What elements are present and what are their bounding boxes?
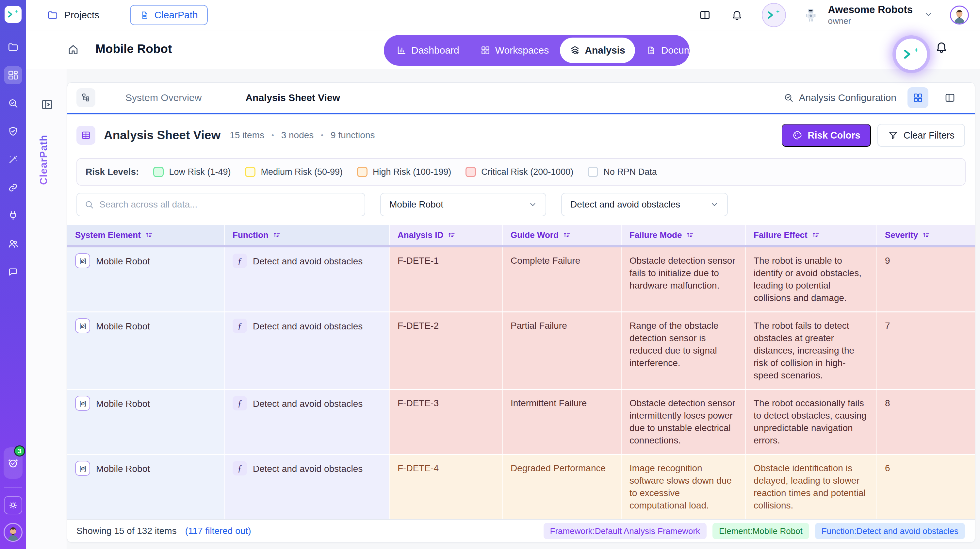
expand-panel-button[interactable] [40,98,54,112]
function-value: Detect and avoid obstacles [253,320,363,333]
open-document-tab[interactable]: ClearPath [130,5,207,25]
theme-toggle-button[interactable] [4,496,22,514]
column-header-function[interactable]: Function [224,225,389,245]
sparkle-logo-icon [7,8,19,20]
project-header: Mobile Robot Dashboard Workspaces Analys… [26,30,980,69]
panel-expand-icon [40,98,54,111]
filter-badge[interactable]: Function:Detect and avoid obstacles [815,523,965,539]
sidebar-item-links[interactable] [4,178,22,197]
home-button[interactable] [67,43,80,57]
filter-badge[interactable]: Element:Mobile Robot [713,523,809,539]
risk-level-item: No RPN Data [588,167,657,177]
filtered-out-link[interactable]: (117 filtered out) [185,526,251,536]
items-count: 15 items [230,130,264,140]
element-badge-icon: [⌀] [75,396,90,411]
nav-tab-documents[interactable]: Documents [636,38,721,63]
function-cell: ƒ Detect and avoid obstacles [224,390,389,454]
analysis-configuration-button[interactable]: Analysis Configuration [783,92,897,103]
sort-icon [272,231,281,239]
table-icon [81,130,91,140]
table-row[interactable]: [⌀] Mobile Robot ƒ Detect and avoid obst… [67,454,975,519]
column-header-system-element[interactable]: System Element [67,225,224,245]
search-check-icon [8,98,19,109]
search-icon [84,200,94,210]
sparkle-logo-icon [903,46,920,63]
tab-analysis-sheet-view[interactable]: Analysis Sheet View [233,92,353,103]
column-header-failure-mode[interactable]: Failure Mode [621,225,745,245]
guide-word-cell: Intermittent Failure [502,390,621,454]
app-window: 3 Projects ClearPath Awesome Robots owne… [0,0,980,549]
function-badge-icon: ƒ [232,254,247,268]
org-switcher[interactable]: Awesome Robots owner [828,3,913,26]
column-header-guide-word[interactable]: Guide Word [502,225,621,245]
ai-assistant-button[interactable] [762,3,786,27]
projects-label: Projects [64,10,99,21]
table-row[interactable]: [⌀] Mobile Robot ƒ Detect and avoid obst… [67,247,975,312]
element-filter-select[interactable]: Mobile Robot [380,193,546,216]
nav-tab-analysis[interactable]: Analysis [560,38,635,63]
bell-icon [935,41,948,54]
sidebar-item-workspaces[interactable] [4,66,22,84]
floating-ai-assistant-button[interactable] [896,38,927,70]
tree-view-button[interactable] [76,88,95,107]
sidebar-item-compliance[interactable] [4,122,22,140]
tab-system-overview[interactable]: System Overview [113,92,214,103]
sort-icon [447,231,456,239]
clear-filters-button[interactable]: Clear Filters [877,124,965,147]
risk-levels-label: Risk Levels: [86,167,139,177]
tree-icon [81,92,91,103]
risk-colors-button[interactable]: Risk Colors [782,124,871,147]
column-header-severity[interactable]: Severity [877,225,975,245]
filter-badge[interactable]: Framework:Default Analysis Framework [544,523,706,539]
function-badge-icon: ƒ [232,318,247,333]
sparkle-logo-icon [767,8,781,22]
sort-icon [563,231,571,239]
function-filter-select[interactable]: Detect and avoid obstacles [561,193,728,216]
analysis-id-cell: F-DETE-4 [389,455,502,519]
risk-level-item: Low Risk (1-49) [153,167,231,177]
severity-cell: 7 [877,312,975,389]
function-cell: ƒ Detect and avoid obstacles [224,455,389,519]
system-element-value: Mobile Robot [96,320,150,333]
notifications-button[interactable] [731,9,743,21]
analysis-card: System Overview Analysis Sheet View Anal… [67,82,975,543]
nav-tab-label: Documents [661,45,711,56]
search-input[interactable] [99,199,357,210]
chat-icon [8,266,19,277]
function-value: Detect and avoid obstacles [253,397,363,410]
grid-view-toggle[interactable] [907,87,928,108]
column-header-failure-effect[interactable]: Failure Effect [745,225,877,245]
element-badge-icon: [⌀] [75,461,90,476]
user-avatar[interactable] [950,6,969,24]
org-chevron-down-icon[interactable] [924,10,933,20]
sidebar-item-ai-tools[interactable] [4,150,22,169]
app-logo[interactable] [5,6,22,23]
system-element-value: Mobile Robot [96,462,150,475]
nav-tab-dashboard[interactable]: Dashboard [387,38,469,63]
avatar-image [951,6,968,24]
notification-count-badge: 3 [14,446,25,457]
panel-view-toggle[interactable] [940,87,960,108]
nav-tab-label: Analysis [585,45,625,56]
sidebar-user-avatar[interactable] [3,523,22,542]
table-row[interactable]: [⌀] Mobile Robot ƒ Detect and avoid obst… [67,312,975,389]
sidebar-item-projects[interactable] [4,38,22,56]
sidebar-item-integrations[interactable] [4,207,22,225]
sidebar-item-team[interactable] [4,235,22,253]
sidebar-item-analysis-review[interactable] [4,94,22,112]
sidebar-item-comments[interactable] [4,263,22,281]
column-header-analysis-id[interactable]: Analysis ID [389,225,502,245]
table-row[interactable]: [⌀] Mobile Robot ƒ Detect and avoid obst… [67,389,975,454]
layout-columns-button[interactable] [699,9,711,21]
reminders-button[interactable]: 3 [3,447,22,479]
risk-level-label: Low Risk (1-49) [169,167,231,177]
projects-breadcrumb[interactable]: Projects [47,10,99,21]
view-tab-bar: System Overview Analysis Sheet View Anal… [67,83,975,115]
analysis-id-cell: F-DETE-3 [389,390,502,454]
sheet-counts: 15 items • 3 nodes • 9 functions [230,130,375,140]
sort-icon [811,231,820,239]
nav-tab-workspaces[interactable]: Workspaces [470,38,559,63]
floating-notifications-button[interactable] [935,41,948,55]
table-body: [⌀] Mobile Robot ƒ Detect and avoid obst… [67,247,975,519]
risk-swatch [153,167,164,177]
